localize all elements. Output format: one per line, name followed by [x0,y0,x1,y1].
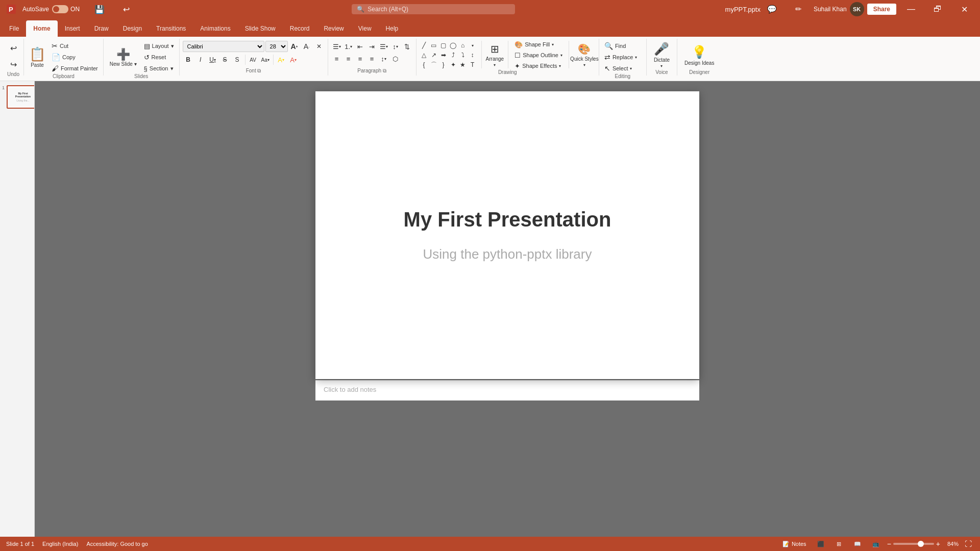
undo-button[interactable]: ↩ [6,41,20,55]
tab-slideshow[interactable]: Slide Show [238,20,283,37]
copy-button[interactable]: 📄 Copy [50,52,100,62]
italic-button[interactable]: I [195,54,206,65]
increase-indent-button[interactable]: ⇥ [366,41,378,52]
underline-button[interactable]: U ▾ [207,54,218,65]
shape-trapezoid[interactable]: ⌂ [458,41,468,50]
highlight-color-button[interactable]: A ▾ [276,54,287,65]
justify-button[interactable]: ≡ [366,53,378,64]
arrange-button[interactable]: ⊞ Arrange ▾ [486,41,504,69]
zoom-level[interactable]: 84% [942,541,959,547]
sort-button[interactable]: ⇅ [402,41,413,52]
shape-arrow3[interactable]: ➡ [439,51,448,60]
minimize-button[interactable]: — [899,0,923,18]
decrease-indent-button[interactable]: ⇤ [355,41,366,52]
restore-button[interactable]: 🗗 [926,0,949,18]
presenter-view-button[interactable]: 📺 [869,538,883,549]
share-button[interactable]: Share [867,4,896,15]
quick-styles-button[interactable]: 🎨 Quick Styles ▾ [573,41,596,69]
zoom-slider-thumb[interactable] [918,541,924,547]
shape-more[interactable]: ▾ [468,41,477,50]
shape-oval[interactable]: ◯ [449,41,458,50]
reset-button[interactable]: ↺ Reset [142,52,176,62]
paragraph-dialog-launcher[interactable]: ⧉ [383,68,386,73]
shape-arrow6[interactable]: ↕ [468,51,477,60]
tab-help[interactable]: Help [379,20,406,37]
slide-sorter-button[interactable]: ⊞ [832,538,846,549]
char-spacing-button[interactable]: AV [248,54,259,65]
shape-arrow5[interactable]: ⤵ [458,51,468,60]
accessibility-status[interactable]: Accessibility: Good to go [86,541,148,547]
tab-draw[interactable]: Draw [87,20,116,37]
select-button[interactable]: ↖ Select ▾ [602,63,643,73]
font-family-select[interactable]: Calibri [183,41,264,52]
replace-button[interactable]: ⇄ Replace ▾ [602,52,643,62]
shadow-button[interactable]: S [232,54,243,65]
shape-bracket2[interactable]: ⌒ [429,60,438,69]
shape-rounded-rect[interactable]: ▢ [439,41,448,50]
shape-star1[interactable]: ✦ [449,60,458,69]
shape-fill-button[interactable]: 🎨 Shape Fill ▾ [512,40,565,49]
search-bar[interactable]: 🔍 [352,4,515,14]
shape-star2[interactable]: ★ [458,60,468,69]
font-shrink-button[interactable]: A- [301,41,312,52]
format-painter-button[interactable]: 🖌 Format Painter [50,63,100,73]
reading-view-button[interactable]: 📖 [850,538,865,549]
new-slide-button[interactable]: ➕ New Slide ▾ [107,44,140,70]
layout-button[interactable]: ▤ Layout ▾ [142,41,176,51]
search-input[interactable] [368,6,510,13]
clear-format-button[interactable]: ✕ [313,41,325,52]
tab-home[interactable]: Home [26,20,57,37]
slide-thumbnail-1[interactable]: My First Presentation Using the... [7,85,35,109]
slide-subtitle[interactable]: Using the python-pptx library [423,246,592,262]
section-button[interactable]: § Section ▾ [142,63,176,73]
zoom-out-button[interactable]: − [887,540,891,548]
shape-line[interactable]: ╱ [420,41,429,50]
close-button[interactable]: ✕ [952,0,976,18]
bullets-button[interactable]: ☰ ▾ [331,41,342,52]
paste-button[interactable]: 📋 Paste [27,44,47,70]
tab-animations[interactable]: Animations [193,20,237,37]
avatar[interactable]: SK [850,2,864,16]
columns-button[interactable]: ☰ ▾ [378,41,389,52]
tab-record[interactable]: Record [283,20,317,37]
strikethrough-button[interactable]: S [219,54,231,65]
text-direction-button[interactable]: ↕ ▾ [390,41,401,52]
comments-button[interactable]: 💬 [761,0,784,18]
line-spacing-button[interactable]: ↕ ▾ [378,53,389,64]
align-right-button[interactable]: ≡ [355,53,366,64]
slide-title[interactable]: My First Presentation [404,208,611,231]
align-center-button[interactable]: ≡ [343,53,354,64]
shape-arrow1[interactable]: △ [420,51,429,60]
tab-review[interactable]: Review [316,20,351,37]
fit-to-window-button[interactable]: ⛶ [963,540,974,548]
tab-file[interactable]: File [2,20,26,37]
undo-title-button[interactable]: ↩ [114,0,138,18]
tab-transitions[interactable]: Transitions [149,20,193,37]
shape-bracket1[interactable]: { [420,60,429,69]
cut-button[interactable]: ✂ Cut [50,41,100,51]
notes-area[interactable]: Click to add notes [315,380,699,400]
bold-button[interactable]: B [183,54,194,65]
numbering-button[interactable]: 1. ▾ [343,41,354,52]
zoom-in-button[interactable]: + [936,540,940,548]
normal-view-button[interactable]: ⬛ [814,538,828,549]
save-button[interactable]: 💾 [88,0,111,18]
tab-view[interactable]: View [351,20,379,37]
slide-canvas[interactable]: My First Presentation Using the python-p… [315,91,699,379]
font-color-button[interactable]: A ▾ [288,54,299,65]
find-button[interactable]: 🔍 Find [602,41,643,51]
dictate-button[interactable]: 🎤 Dictate ▾ [650,41,674,69]
convert-smartart-button[interactable]: ⬡ [390,53,401,64]
shape-text[interactable]: T [468,60,477,69]
design-ideas-button[interactable]: 💡 Design Ideas [680,41,718,69]
autosave-toggle[interactable] [52,5,68,13]
font-grow-button[interactable]: A+ [289,41,300,52]
tab-design[interactable]: Design [116,20,149,37]
zoom-slider[interactable] [893,543,934,545]
shape-outline-button[interactable]: ☐ Shape Outline ▾ [512,51,565,60]
tab-insert[interactable]: Insert [58,20,87,37]
align-left-button[interactable]: ≡ [331,53,342,64]
change-case-button[interactable]: Aa ▾ [260,54,271,65]
shape-arrow4[interactable]: ⤴ [449,51,458,60]
font-dialog-launcher[interactable]: ⧉ [257,68,261,73]
